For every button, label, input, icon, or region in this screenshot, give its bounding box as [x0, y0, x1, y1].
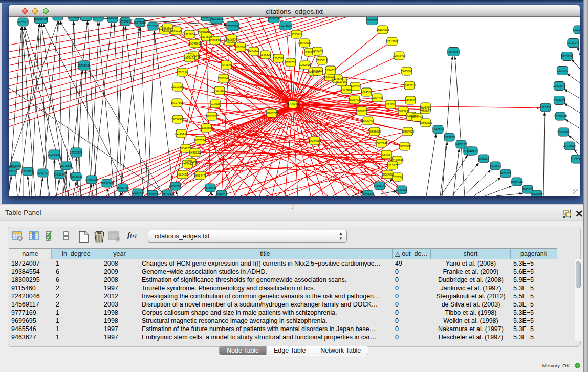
- svg-text:1621022: 1621022: [324, 75, 335, 78]
- svg-text:1527602: 1527602: [93, 17, 104, 19]
- svg-text:9242848: 9242848: [221, 63, 232, 67]
- svg-text:10807487: 10807487: [371, 96, 384, 99]
- svg-text:2942737: 2942737: [37, 171, 49, 174]
- svg-text:2803144: 2803144: [218, 77, 229, 80]
- svg-text:917008: 917008: [211, 102, 221, 105]
- svg-text:6498222: 6498222: [189, 151, 201, 154]
- svg-text:10654433: 10654433: [362, 193, 375, 196]
- svg-text:10899695: 10899695: [420, 121, 432, 124]
- svg-text:1145194: 1145194: [54, 173, 64, 176]
- svg-text:11353594: 11353594: [200, 126, 212, 129]
- svg-text:12505135: 12505135: [70, 175, 83, 178]
- svg-text:16914479: 16914479: [194, 174, 207, 177]
- svg-text:17353924: 17353924: [70, 151, 83, 154]
- svg-text:2718126: 2718126: [177, 71, 188, 74]
- svg-text:10025433: 10025433: [397, 110, 410, 113]
- svg-text:3624554: 3624554: [361, 91, 372, 94]
- svg-text:8427552: 8427552: [214, 89, 225, 92]
- svg-text:11123694: 11123694: [573, 28, 580, 31]
- svg-text:9171546: 9171546: [226, 37, 237, 40]
- svg-text:1244415: 1244415: [554, 99, 565, 102]
- svg-text:8660125: 8660125: [170, 29, 182, 32]
- svg-text:1588520: 1588520: [273, 57, 284, 60]
- svg-text:9239154: 9239154: [9, 170, 17, 173]
- svg-text:18535051: 18535051: [9, 164, 22, 167]
- svg-text:7485063: 7485063: [401, 70, 412, 73]
- svg-text:9777169: 9777169: [336, 80, 347, 83]
- svg-text:7955812: 7955812: [316, 59, 328, 62]
- svg-text:1640954: 1640954: [432, 128, 444, 131]
- svg-text:2935114: 2935114: [478, 157, 489, 160]
- svg-text:16671355: 16671355: [134, 21, 146, 24]
- svg-text:12923448: 12923448: [132, 191, 144, 194]
- svg-text:20364436: 20364436: [349, 98, 361, 101]
- svg-text:19384554: 19384554: [309, 139, 321, 142]
- svg-text:19565801: 19565801: [68, 17, 80, 18]
- svg-text:8912954: 8912954: [184, 33, 195, 36]
- svg-text:1167534: 1167534: [571, 158, 580, 161]
- svg-text:7515521: 7515521: [147, 25, 159, 28]
- svg-text:16648784: 16648784: [447, 50, 460, 53]
- svg-text:19166827: 19166827: [175, 132, 188, 135]
- svg-text:6794028: 6794028: [325, 69, 336, 72]
- svg-text:7986372: 7986372: [356, 110, 367, 113]
- svg-text:7357224: 7357224: [227, 25, 238, 28]
- svg-text:15751074: 15751074: [567, 41, 580, 45]
- svg-text:19756928: 19756928: [399, 145, 411, 148]
- svg-text:18535725: 18535725: [52, 17, 64, 18]
- svg-text:9146821: 9146821: [260, 53, 271, 56]
- svg-text:12213967: 12213967: [386, 40, 399, 43]
- svg-text:6497568: 6497568: [341, 88, 352, 91]
- svg-text:12093872: 12093872: [553, 84, 566, 87]
- svg-text:8454749: 8454749: [248, 50, 259, 53]
- svg-text:16543952: 16543952: [189, 42, 202, 45]
- svg-text:9227342: 9227342: [557, 69, 568, 72]
- svg-text:9463627: 9463627: [405, 99, 416, 102]
- svg-text:20975867: 20975867: [60, 164, 73, 167]
- svg-text:10655267: 10655267: [80, 17, 93, 18]
- svg-text:15640910: 15640910: [298, 41, 311, 45]
- svg-text:9657791: 9657791: [170, 185, 181, 188]
- svg-text:9245652: 9245652: [522, 188, 533, 191]
- svg-text:9115460: 9115460: [420, 105, 431, 108]
- svg-text:9551455: 9551455: [312, 50, 323, 53]
- svg-text:29053346: 29053346: [78, 64, 91, 67]
- svg-text:8822037: 8822037: [285, 61, 296, 64]
- svg-text:20206535: 20206535: [48, 153, 61, 156]
- svg-text:10973493: 10973493: [393, 54, 406, 57]
- svg-text:17957225: 17957225: [85, 178, 98, 181]
- svg-text:8471676: 8471676: [500, 172, 511, 175]
- svg-text:10958107: 10958107: [101, 182, 114, 185]
- svg-text:8267130: 8267130: [206, 115, 217, 118]
- svg-text:9474444: 9474444: [467, 149, 478, 152]
- svg-text:16033809: 16033809: [210, 17, 223, 20]
- svg-text:62160: 62160: [386, 103, 395, 106]
- svg-text:10924502: 10924502: [146, 193, 159, 196]
- svg-text:15716485: 15716485: [204, 186, 217, 189]
- svg-text:2867608: 2867608: [235, 46, 246, 49]
- svg-text:18300275: 18300275: [266, 112, 278, 115]
- svg-text:13218506: 13218506: [279, 24, 292, 27]
- svg-text:8215955: 8215955: [540, 106, 551, 109]
- svg-text:7632621: 7632621: [490, 164, 501, 167]
- svg-text:18807249: 18807249: [375, 142, 388, 145]
- svg-text:14055721: 14055721: [17, 20, 30, 24]
- svg-text:16120746: 16120746: [391, 159, 404, 162]
- svg-text:11325419: 11325419: [290, 33, 302, 36]
- svg-text:15226053: 15226053: [198, 31, 210, 34]
- svg-text:14136141: 14136141: [374, 184, 386, 187]
- svg-text:20691406: 20691406: [35, 17, 48, 20]
- svg-text:9318784: 9318784: [411, 116, 423, 119]
- svg-text:16782759: 16782759: [117, 186, 129, 189]
- svg-text:9329966: 9329966: [561, 55, 573, 58]
- svg-text:6466160: 6466160: [107, 17, 118, 20]
- svg-text:15720407: 15720407: [362, 119, 375, 122]
- svg-text:8847213: 8847213: [162, 192, 173, 195]
- svg-text:16210643: 16210643: [554, 115, 567, 118]
- svg-text:252254: 252254: [393, 176, 403, 179]
- svg-text:1156829: 1156829: [22, 170, 33, 173]
- svg-text:10719155: 10719155: [119, 20, 132, 23]
- svg-text:16154838: 16154838: [377, 28, 389, 31]
- svg-text:1721544: 1721544: [182, 163, 193, 166]
- svg-text:8938923: 8938923: [444, 136, 455, 139]
